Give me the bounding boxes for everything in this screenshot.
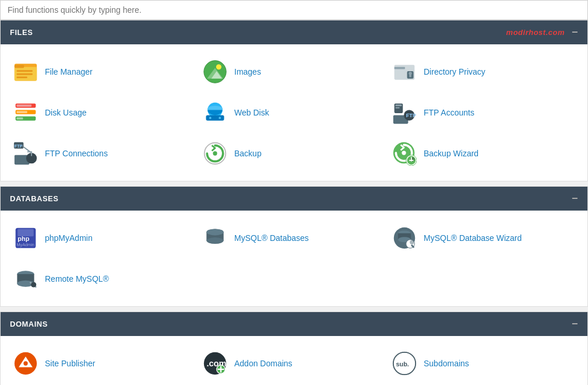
section-files: FILESmodirhost.com− File Manager Images	[0, 20, 588, 181]
remote-mysql-label: Remote MySQL®	[45, 274, 109, 284]
svg-point-66	[31, 282, 36, 287]
svg-point-9	[216, 64, 221, 69]
collapse-button[interactable]: −	[572, 318, 578, 330]
svg-rect-21	[16, 117, 23, 120]
site-publisher-label: Site Publisher	[45, 359, 95, 368]
file-manager-label: File Manager	[45, 67, 93, 76]
backup-wizard-icon	[391, 140, 418, 167]
backup-wizard-label: Backup Wizard	[424, 149, 478, 158]
backup-label: Backup	[234, 149, 262, 158]
directory-privacy-label: Directory Privacy	[424, 67, 485, 76]
subdomains-icon: sub.	[391, 350, 418, 377]
section-label-files: FILES	[10, 28, 33, 37]
section-header-domains: DOMAINS−	[1, 312, 587, 336]
svg-text:sub.: sub.	[396, 360, 409, 368]
section-databases: DATABASES− php MyAdmin phpMyAdmin MySQL®…	[0, 186, 588, 307]
item-backup-wizard[interactable]: Backup Wizard	[389, 135, 578, 172]
phpmyadmin-icon: php MyAdmin	[12, 225, 39, 251]
item-directory-privacy[interactable]: Directory Privacy	[389, 54, 578, 90]
section-label-domains: DOMAINS	[10, 320, 48, 328]
section-body-databases: php MyAdmin phpMyAdmin MySQL® Databases …	[1, 211, 587, 306]
site-publisher-icon	[12, 350, 39, 377]
svg-point-41	[402, 150, 406, 155]
web-disk-icon	[202, 99, 228, 126]
svg-rect-19	[16, 104, 31, 107]
item-ftp-accounts[interactable]: FTP FTP Accounts	[389, 94, 578, 131]
web-disk-label: Web Disk	[234, 108, 269, 117]
disk-usage-label: Disk Usage	[45, 108, 87, 117]
item-ftp-connections[interactable]: FTP FTP Connections	[10, 135, 199, 172]
images-label: Images	[234, 67, 261, 76]
section-header-files: FILESmodirhost.com−	[1, 20, 587, 44]
disk-usage-icon	[12, 99, 39, 126]
ftp-accounts-icon: FTP	[391, 99, 418, 126]
collapse-button[interactable]: −	[572, 26, 578, 38]
svg-rect-15	[409, 75, 411, 78]
item-addon-domains[interactable]: .com Addon Domains	[199, 345, 389, 382]
images-icon	[202, 58, 228, 85]
svg-point-25	[209, 117, 212, 119]
svg-rect-2	[15, 65, 24, 68]
item-backup[interactable]: Backup	[199, 135, 389, 172]
svg-point-69	[23, 361, 27, 365]
section-body-files: File Manager Images Directory Privacy	[1, 44, 587, 181]
section-body-domains: Site Publisher .com Addon Domains sub. S…	[1, 336, 587, 385]
item-disk-usage[interactable]: Disk Usage	[10, 94, 199, 131]
svg-rect-31	[395, 104, 402, 106]
ftp-connections-label: FTP Connections	[45, 149, 108, 158]
section-domains: DOMAINS− Site Publisher .com Addon Domai…	[0, 312, 588, 385]
svg-text:FTP: FTP	[15, 144, 23, 149]
directory-privacy-icon	[391, 58, 418, 85]
svg-line-61	[412, 246, 414, 247]
svg-rect-32	[395, 107, 399, 108]
addon-domains-label: Addon Domains	[234, 359, 293, 368]
item-site-publisher[interactable]: Site Publisher	[10, 345, 199, 382]
ftp-connections-icon: FTP	[12, 140, 39, 167]
backup-icon	[202, 140, 228, 167]
item-file-manager[interactable]: File Manager	[10, 54, 199, 90]
brand-label: modirhost.com	[506, 28, 565, 37]
svg-rect-3	[16, 70, 32, 72]
file-manager-icon	[12, 58, 39, 85]
phpmyadmin-label: phpMyAdmin	[45, 233, 93, 243]
svg-rect-24	[206, 116, 224, 121]
item-images[interactable]: Images	[199, 54, 389, 90]
item-remote-mysql[interactable]: Remote MySQL®	[10, 261, 199, 297]
item-phpmyadmin[interactable]: php MyAdmin phpMyAdmin	[10, 220, 199, 256]
addon-domains-icon: .com	[202, 350, 228, 377]
subdomains-label: Subdomains	[424, 359, 469, 368]
mysql-databases-label: MySQL® Databases	[234, 233, 309, 243]
svg-text:FTP: FTP	[406, 113, 416, 118]
section-header-databases: DATABASES−	[1, 187, 587, 211]
item-mysql-databases[interactable]: MySQL® Databases	[199, 220, 389, 256]
mysql-database-wizard-icon	[391, 225, 418, 251]
svg-point-39	[213, 151, 217, 155]
ftp-accounts-label: FTP Accounts	[424, 108, 474, 117]
svg-point-60	[410, 240, 414, 244]
mysql-databases-icon	[202, 225, 228, 251]
mysql-database-wizard-label: MySQL® Database Wizard	[424, 233, 522, 243]
svg-rect-20	[16, 111, 27, 113]
item-mysql-database-wizard[interactable]: MySQL® Database Wizard	[389, 220, 578, 256]
remote-mysql-icon	[12, 265, 39, 292]
svg-rect-4	[16, 74, 32, 75]
item-subdomains[interactable]: sub. Subdomains	[389, 345, 578, 382]
collapse-button[interactable]: −	[572, 192, 578, 205]
svg-rect-12	[395, 67, 405, 69]
svg-point-26	[219, 117, 221, 119]
section-label-databases: DATABASES	[10, 194, 58, 203]
svg-rect-5	[16, 76, 27, 78]
svg-rect-50	[17, 229, 33, 236]
search-input[interactable]	[0, 0, 588, 20]
svg-text:MyAdmin: MyAdmin	[16, 242, 34, 247]
item-web-disk[interactable]: Web Disk	[199, 94, 389, 131]
